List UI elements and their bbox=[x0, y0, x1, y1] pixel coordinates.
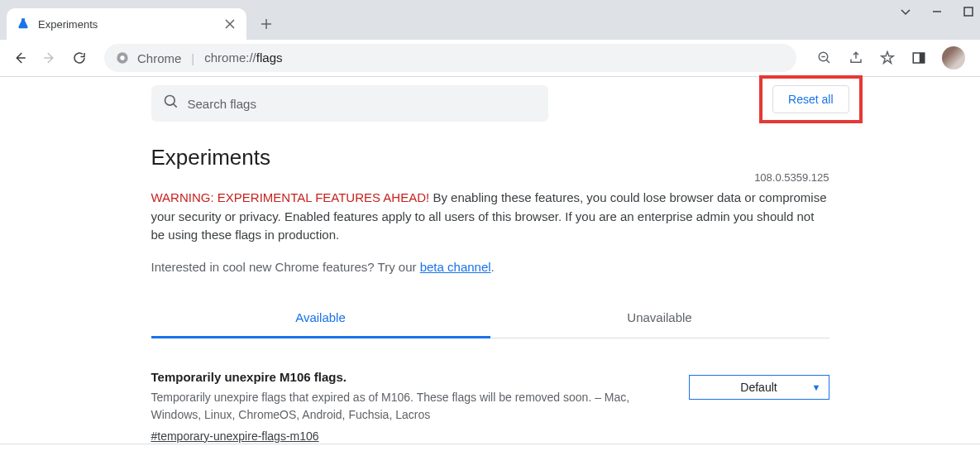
profile-avatar[interactable] bbox=[942, 46, 965, 70]
site-identity: Chrome bbox=[137, 51, 181, 65]
forward-button[interactable] bbox=[38, 46, 61, 70]
flag-state-select[interactable]: Default bbox=[689, 375, 829, 400]
page-title: Experiments bbox=[151, 145, 829, 170]
search-flags-box[interactable] bbox=[151, 85, 548, 122]
tab-strip: Available Unavailable bbox=[151, 299, 829, 338]
minimize-icon[interactable] bbox=[930, 5, 944, 18]
titlebar: Experiments bbox=[0, 0, 980, 40]
sidepanel-icon[interactable] bbox=[911, 50, 927, 66]
browser-tab[interactable]: Experiments bbox=[7, 8, 246, 40]
tab-available[interactable]: Available bbox=[151, 299, 490, 338]
divider: | bbox=[191, 51, 194, 65]
beta-channel-link[interactable]: beta channel bbox=[420, 260, 491, 274]
warning-prefix: WARNING: EXPERIMENTAL FEATURES AHEAD! bbox=[151, 190, 430, 204]
new-tab-button[interactable] bbox=[255, 12, 278, 36]
warning-text: WARNING: EXPERIMENTAL FEATURES AHEAD! By… bbox=[151, 189, 829, 245]
chevron-down-icon[interactable] bbox=[899, 5, 912, 18]
reset-highlight-box: Reset all bbox=[759, 75, 862, 123]
flag-title: Temporarily unexpire M106 flags. bbox=[151, 370, 672, 384]
bookmark-icon[interactable] bbox=[879, 50, 896, 66]
svg-point-2 bbox=[120, 55, 124, 60]
content-area: Reset all Experiments 108.0.5359.125 WAR… bbox=[0, 76, 980, 444]
flask-icon bbox=[17, 17, 30, 31]
svg-rect-0 bbox=[964, 7, 973, 16]
close-tab-icon[interactable] bbox=[223, 17, 237, 31]
url-text: chrome://flags bbox=[204, 50, 282, 65]
reset-all-button[interactable]: Reset all bbox=[772, 85, 849, 113]
zoom-icon[interactable] bbox=[816, 50, 833, 66]
reload-button[interactable] bbox=[68, 46, 91, 70]
browser-toolbar: Chrome | chrome://flags bbox=[0, 40, 980, 76]
flag-entry: Temporarily unexpire M106 flags. Tempora… bbox=[151, 370, 829, 444]
window-controls bbox=[899, 5, 975, 18]
address-bar[interactable]: Chrome | chrome://flags bbox=[104, 44, 796, 72]
share-icon[interactable] bbox=[848, 50, 864, 66]
svg-point-6 bbox=[165, 96, 174, 106]
toolbar-actions bbox=[816, 46, 965, 70]
tab-title: Experiments bbox=[38, 18, 223, 31]
back-button[interactable] bbox=[8, 46, 31, 70]
flag-anchor-link[interactable]: #temporary-unexpire-flags-m106 bbox=[151, 429, 319, 443]
tab-unavailable[interactable]: Unavailable bbox=[490, 299, 829, 338]
maximize-icon[interactable] bbox=[962, 5, 975, 18]
version-label: 108.0.5359.125 bbox=[754, 171, 829, 184]
beta-line: Interested in cool new Chrome features? … bbox=[151, 260, 829, 274]
chrome-icon bbox=[116, 51, 129, 65]
search-input[interactable] bbox=[188, 97, 537, 111]
svg-rect-5 bbox=[920, 53, 925, 63]
search-icon bbox=[163, 94, 179, 113]
flag-description: Temporarily unexpire flags that expired … bbox=[151, 389, 672, 424]
